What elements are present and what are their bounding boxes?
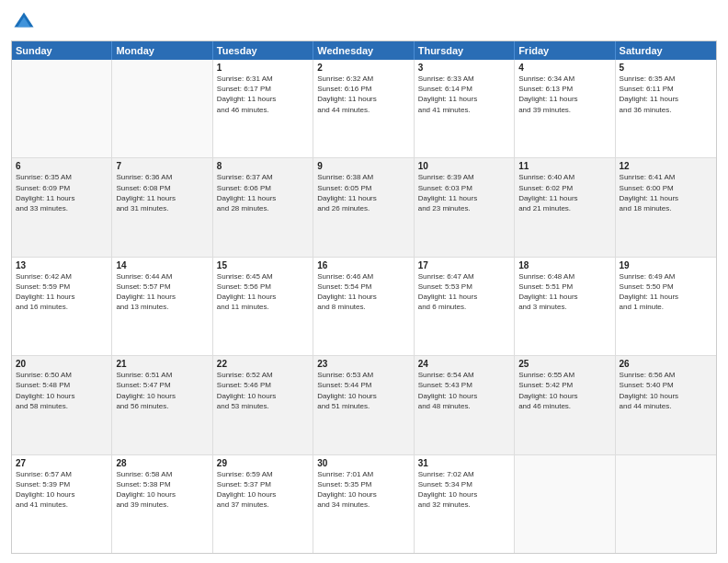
day-number: 17 (418, 260, 510, 270)
cell-line: Daylight: 10 hours (116, 391, 208, 401)
day-number: 24 (418, 359, 510, 369)
calendar-body: 1Sunrise: 6:31 AMSunset: 6:17 PMDaylight… (12, 60, 716, 553)
cell-line: and 21 minutes. (518, 203, 610, 213)
cell-line: Sunrise: 6:40 AM (518, 172, 610, 182)
cell-line: and 46 minutes. (518, 401, 610, 411)
cal-cell: 9Sunrise: 6:38 AMSunset: 6:05 PMDaylight… (313, 158, 414, 256)
cal-cell: 7Sunrise: 6:36 AMSunset: 6:08 PMDaylight… (112, 158, 212, 256)
cell-line: Sunrise: 6:33 AM (418, 74, 510, 84)
cell-line: Daylight: 11 hours (317, 193, 409, 203)
cal-cell: 15Sunrise: 6:45 AMSunset: 5:56 PMDayligh… (213, 258, 313, 355)
cell-line: and 46 minutes. (217, 105, 309, 115)
cal-cell: 11Sunrise: 6:40 AMSunset: 6:02 PMDayligh… (515, 158, 615, 256)
cell-line: Sunrise: 6:46 AM (317, 271, 409, 282)
cell-line: Sunrise: 6:36 AM (116, 172, 208, 182)
cal-cell: 18Sunrise: 6:48 AMSunset: 5:51 PMDayligh… (515, 258, 615, 355)
cell-line: and 6 minutes. (418, 302, 510, 312)
cell-line: Daylight: 11 hours (217, 193, 309, 203)
logo (11, 9, 40, 35)
day-number: 23 (317, 359, 409, 369)
cell-line: Sunrise: 6:53 AM (317, 370, 409, 380)
day-number: 9 (317, 161, 409, 171)
cal-cell: 3Sunrise: 6:33 AMSunset: 6:14 PMDaylight… (415, 60, 515, 157)
header-day-saturday: Saturday (616, 41, 716, 60)
cell-line: and 58 minutes. (16, 401, 108, 411)
cell-line: and 39 minutes. (116, 500, 208, 510)
cell-line: Daylight: 10 hours (16, 489, 108, 500)
cell-line: Sunset: 6:00 PM (620, 183, 712, 193)
cell-line: Sunrise: 7:01 AM (317, 469, 409, 479)
cell-line: Daylight: 11 hours (217, 94, 309, 104)
day-number: 16 (317, 260, 409, 270)
cell-line: Daylight: 11 hours (518, 94, 610, 104)
cell-line: and 51 minutes. (317, 401, 409, 411)
cell-line: and 8 minutes. (317, 302, 409, 312)
cell-line: Sunrise: 6:49 AM (620, 271, 712, 282)
cell-line: Sunrise: 6:42 AM (16, 271, 108, 282)
cell-line: and 36 minutes. (620, 105, 712, 115)
day-number: 18 (518, 260, 610, 270)
cell-line: Sunset: 5:44 PM (317, 380, 409, 390)
day-number: 13 (16, 260, 108, 270)
header (11, 9, 717, 35)
cell-line: and 33 minutes. (16, 203, 108, 213)
calendar: SundayMondayTuesdayWednesdayThursdayFrid… (11, 40, 717, 554)
cal-cell: 8Sunrise: 6:37 AMSunset: 6:06 PMDaylight… (213, 158, 313, 256)
cal-cell: 13Sunrise: 6:42 AMSunset: 5:59 PMDayligh… (12, 258, 112, 355)
cell-line: Sunset: 6:09 PM (16, 183, 108, 193)
cell-line: Daylight: 10 hours (317, 489, 409, 500)
cell-line: and 41 minutes. (16, 500, 108, 510)
cell-line: Sunset: 5:43 PM (418, 380, 510, 390)
cell-line: Sunrise: 7:02 AM (418, 469, 510, 479)
day-number: 1 (217, 63, 309, 73)
cell-line: Sunrise: 6:58 AM (116, 469, 208, 479)
cal-cell: 4Sunrise: 6:34 AMSunset: 6:13 PMDaylight… (515, 60, 615, 157)
cell-line: Sunrise: 6:45 AM (217, 271, 309, 282)
cell-line: Sunset: 5:59 PM (16, 282, 108, 292)
day-number: 4 (518, 63, 610, 73)
cell-line: Daylight: 10 hours (518, 391, 610, 401)
cell-line: and 3 minutes. (518, 302, 610, 312)
cell-line: Sunset: 5:46 PM (217, 380, 309, 390)
cal-cell: 30Sunrise: 7:01 AMSunset: 5:35 PMDayligh… (313, 455, 414, 553)
cell-line: Sunset: 6:17 PM (217, 84, 309, 94)
cell-line: Sunrise: 6:57 AM (16, 469, 108, 479)
cell-line: Sunset: 6:06 PM (217, 183, 309, 193)
day-number: 30 (317, 458, 409, 468)
calendar-header: SundayMondayTuesdayWednesdayThursdayFrid… (12, 41, 716, 60)
day-number: 25 (518, 359, 610, 369)
cell-line: Sunrise: 6:32 AM (317, 74, 409, 84)
cell-line: Sunset: 5:35 PM (317, 479, 409, 489)
cell-line: Sunset: 6:08 PM (116, 183, 208, 193)
cal-cell (112, 60, 212, 157)
cell-line: and 13 minutes. (116, 302, 208, 312)
cell-line: and 48 minutes. (418, 401, 510, 411)
cal-cell: 6Sunrise: 6:35 AMSunset: 6:09 PMDaylight… (12, 158, 112, 256)
cal-cell: 20Sunrise: 6:50 AMSunset: 5:48 PMDayligh… (12, 356, 112, 454)
day-number: 7 (116, 161, 208, 171)
cell-line: Daylight: 11 hours (317, 94, 409, 104)
day-number: 12 (620, 161, 712, 171)
cal-cell: 17Sunrise: 6:47 AMSunset: 5:53 PMDayligh… (415, 258, 515, 355)
cal-cell: 22Sunrise: 6:52 AMSunset: 5:46 PMDayligh… (213, 356, 313, 454)
cell-line: Daylight: 11 hours (116, 193, 208, 203)
cell-line: and 31 minutes. (116, 203, 208, 213)
cell-line: Daylight: 11 hours (418, 94, 510, 104)
calendar-row-3: 20Sunrise: 6:50 AMSunset: 5:48 PMDayligh… (12, 355, 716, 454)
cell-line: and 32 minutes. (418, 500, 510, 510)
cal-cell: 19Sunrise: 6:49 AMSunset: 5:50 PMDayligh… (616, 258, 716, 355)
day-number: 8 (217, 161, 309, 171)
cell-line: Sunrise: 6:31 AM (217, 74, 309, 84)
cal-cell: 24Sunrise: 6:54 AMSunset: 5:43 PMDayligh… (415, 356, 515, 454)
cell-line: Sunset: 5:34 PM (418, 479, 510, 489)
cell-line: Sunset: 5:57 PM (116, 282, 208, 292)
cell-line: Sunset: 5:42 PM (518, 380, 610, 390)
cell-line: and 23 minutes. (418, 203, 510, 213)
cell-line: Sunset: 6:16 PM (317, 84, 409, 94)
cell-line: and 16 minutes. (16, 302, 108, 312)
cell-line: Sunrise: 6:41 AM (620, 172, 712, 182)
day-number: 28 (116, 458, 208, 468)
cell-line: Sunrise: 6:52 AM (217, 370, 309, 380)
cell-line: Sunrise: 6:44 AM (116, 271, 208, 282)
cell-line: Sunrise: 6:48 AM (518, 271, 610, 282)
